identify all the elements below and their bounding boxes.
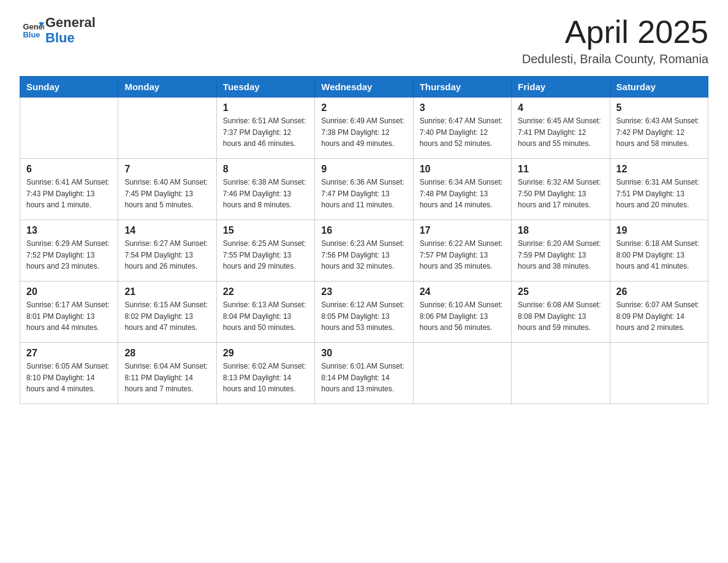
day-info: Sunrise: 6:36 AM Sunset: 7:47 PM Dayligh… — [321, 177, 406, 211]
calendar-cell: 24Sunrise: 6:10 AM Sunset: 8:06 PM Dayli… — [413, 282, 511, 343]
day-number: 9 — [321, 164, 406, 175]
calendar-cell: 15Sunrise: 6:25 AM Sunset: 7:55 PM Dayli… — [216, 220, 314, 282]
day-info: Sunrise: 6:51 AM Sunset: 7:37 PM Dayligh… — [223, 115, 308, 150]
day-number: 25 — [518, 286, 603, 297]
calendar-cell: 18Sunrise: 6:20 AM Sunset: 7:59 PM Dayli… — [512, 220, 610, 282]
day-number: 7 — [124, 164, 210, 175]
day-number: 26 — [616, 286, 702, 297]
day-number: 3 — [420, 102, 505, 113]
day-number: 5 — [616, 102, 702, 113]
day-info: Sunrise: 6:38 AM Sunset: 7:46 PM Dayligh… — [223, 177, 308, 211]
calendar-cell: 10Sunrise: 6:34 AM Sunset: 7:48 PM Dayli… — [413, 159, 511, 220]
week-row-3: 13Sunrise: 6:29 AM Sunset: 7:52 PM Dayli… — [20, 220, 708, 282]
svg-text:Blue: Blue — [23, 30, 40, 39]
calendar-cell: 27Sunrise: 6:05 AM Sunset: 8:10 PM Dayli… — [20, 343, 118, 404]
day-info: Sunrise: 6:29 AM Sunset: 7:52 PM Dayligh… — [26, 238, 112, 272]
day-info: Sunrise: 6:01 AM Sunset: 8:14 PM Dayligh… — [321, 361, 406, 395]
day-number: 23 — [321, 286, 406, 297]
calendar-cell: 4Sunrise: 6:45 AM Sunset: 7:41 PM Daylig… — [512, 98, 610, 159]
day-info: Sunrise: 6:47 AM Sunset: 7:40 PM Dayligh… — [420, 115, 505, 150]
day-number: 10 — [420, 164, 505, 175]
day-number: 13 — [26, 225, 112, 236]
day-info: Sunrise: 6:23 AM Sunset: 7:56 PM Dayligh… — [321, 238, 406, 272]
day-info: Sunrise: 6:40 AM Sunset: 7:45 PM Dayligh… — [124, 177, 210, 211]
week-row-5: 27Sunrise: 6:05 AM Sunset: 8:10 PM Dayli… — [20, 343, 708, 404]
weekday-header-saturday: Saturday — [610, 77, 708, 98]
weekday-header-friday: Friday — [512, 77, 610, 98]
calendar-cell: 22Sunrise: 6:13 AM Sunset: 8:04 PM Dayli… — [216, 282, 314, 343]
day-info: Sunrise: 6:34 AM Sunset: 7:48 PM Dayligh… — [420, 177, 505, 211]
calendar-cell — [20, 98, 118, 159]
calendar-cell: 19Sunrise: 6:18 AM Sunset: 8:00 PM Dayli… — [610, 220, 708, 282]
day-number: 4 — [518, 102, 603, 113]
calendar-cell — [512, 343, 610, 404]
day-info: Sunrise: 6:22 AM Sunset: 7:57 PM Dayligh… — [420, 238, 505, 272]
calendar-cell: 29Sunrise: 6:02 AM Sunset: 8:13 PM Dayli… — [216, 343, 314, 404]
calendar-cell: 25Sunrise: 6:08 AM Sunset: 8:08 PM Dayli… — [512, 282, 610, 343]
day-info: Sunrise: 6:05 AM Sunset: 8:10 PM Dayligh… — [26, 361, 112, 395]
day-number: 24 — [420, 286, 505, 297]
calendar-cell: 20Sunrise: 6:17 AM Sunset: 8:01 PM Dayli… — [20, 282, 118, 343]
weekday-header-tuesday: Tuesday — [216, 77, 314, 98]
day-number: 16 — [321, 225, 406, 236]
day-info: Sunrise: 6:13 AM Sunset: 8:04 PM Dayligh… — [223, 299, 308, 334]
calendar-cell: 26Sunrise: 6:07 AM Sunset: 8:09 PM Dayli… — [610, 282, 708, 343]
day-number: 20 — [26, 286, 112, 297]
day-info: Sunrise: 6:27 AM Sunset: 7:54 PM Dayligh… — [124, 238, 210, 272]
calendar-cell: 11Sunrise: 6:32 AM Sunset: 7:50 PM Dayli… — [512, 159, 610, 220]
day-info: Sunrise: 6:25 AM Sunset: 7:55 PM Dayligh… — [223, 238, 308, 272]
title-block: April 2025 Dedulesti, Braila County, Rom… — [522, 15, 708, 66]
calendar-cell: 3Sunrise: 6:47 AM Sunset: 7:40 PM Daylig… — [413, 98, 511, 159]
day-number: 17 — [420, 225, 505, 236]
calendar-cell — [118, 98, 216, 159]
day-number: 12 — [616, 164, 702, 175]
day-info: Sunrise: 6:02 AM Sunset: 8:13 PM Dayligh… — [223, 361, 308, 395]
location-subtitle: Dedulesti, Braila County, Romania — [522, 52, 708, 66]
weekday-header-thursday: Thursday — [413, 77, 511, 98]
day-number: 22 — [223, 286, 308, 297]
day-number: 19 — [616, 225, 702, 236]
month-title: April 2025 — [522, 15, 708, 50]
day-info: Sunrise: 6:07 AM Sunset: 8:09 PM Dayligh… — [616, 299, 702, 334]
day-info: Sunrise: 6:43 AM Sunset: 7:42 PM Dayligh… — [616, 115, 702, 150]
day-info: Sunrise: 6:20 AM Sunset: 7:59 PM Dayligh… — [518, 238, 603, 272]
calendar-cell: 7Sunrise: 6:40 AM Sunset: 7:45 PM Daylig… — [118, 159, 216, 220]
week-row-4: 20Sunrise: 6:17 AM Sunset: 8:01 PM Dayli… — [20, 282, 708, 343]
calendar-cell: 13Sunrise: 6:29 AM Sunset: 7:52 PM Dayli… — [20, 220, 118, 282]
weekday-header-wednesday: Wednesday — [315, 77, 413, 98]
calendar-cell: 5Sunrise: 6:43 AM Sunset: 7:42 PM Daylig… — [610, 98, 708, 159]
day-number: 15 — [223, 225, 308, 236]
calendar-cell: 17Sunrise: 6:22 AM Sunset: 7:57 PM Dayli… — [413, 220, 511, 282]
day-number: 28 — [124, 348, 210, 359]
day-info: Sunrise: 6:04 AM Sunset: 8:11 PM Dayligh… — [124, 361, 210, 395]
calendar-cell — [413, 343, 511, 404]
logo-general-text: General — [45, 15, 96, 30]
calendar-cell: 16Sunrise: 6:23 AM Sunset: 7:56 PM Dayli… — [315, 220, 413, 282]
logo-icon: General Blue — [22, 18, 44, 40]
calendar-cell: 30Sunrise: 6:01 AM Sunset: 8:14 PM Dayli… — [315, 343, 413, 404]
week-row-2: 6Sunrise: 6:41 AM Sunset: 7:43 PM Daylig… — [20, 159, 708, 220]
logo-blue-text: Blue — [45, 30, 96, 45]
day-info: Sunrise: 6:45 AM Sunset: 7:41 PM Dayligh… — [518, 115, 603, 150]
calendar-cell: 9Sunrise: 6:36 AM Sunset: 7:47 PM Daylig… — [315, 159, 413, 220]
day-number: 11 — [518, 164, 603, 175]
calendar-cell: 21Sunrise: 6:15 AM Sunset: 8:02 PM Dayli… — [118, 282, 216, 343]
calendar-table: SundayMondayTuesdayWednesdayThursdayFrid… — [20, 76, 708, 404]
calendar-cell: 8Sunrise: 6:38 AM Sunset: 7:46 PM Daylig… — [216, 159, 314, 220]
calendar-cell: 14Sunrise: 6:27 AM Sunset: 7:54 PM Dayli… — [118, 220, 216, 282]
day-number: 18 — [518, 225, 603, 236]
day-info: Sunrise: 6:10 AM Sunset: 8:06 PM Dayligh… — [420, 299, 505, 334]
calendar-cell: 12Sunrise: 6:31 AM Sunset: 7:51 PM Dayli… — [610, 159, 708, 220]
calendar-cell: 28Sunrise: 6:04 AM Sunset: 8:11 PM Dayli… — [118, 343, 216, 404]
day-info: Sunrise: 6:17 AM Sunset: 8:01 PM Dayligh… — [26, 299, 112, 334]
day-number: 2 — [321, 102, 406, 113]
day-number: 29 — [223, 348, 308, 359]
logo: General Blue General Blue — [20, 15, 96, 46]
weekday-header-monday: Monday — [118, 77, 216, 98]
weekday-header-sunday: Sunday — [20, 77, 118, 98]
day-info: Sunrise: 6:49 AM Sunset: 7:38 PM Dayligh… — [321, 115, 406, 150]
day-info: Sunrise: 6:08 AM Sunset: 8:08 PM Dayligh… — [518, 299, 603, 334]
day-info: Sunrise: 6:32 AM Sunset: 7:50 PM Dayligh… — [518, 177, 603, 211]
day-number: 27 — [26, 348, 112, 359]
calendar-cell: 6Sunrise: 6:41 AM Sunset: 7:43 PM Daylig… — [20, 159, 118, 220]
